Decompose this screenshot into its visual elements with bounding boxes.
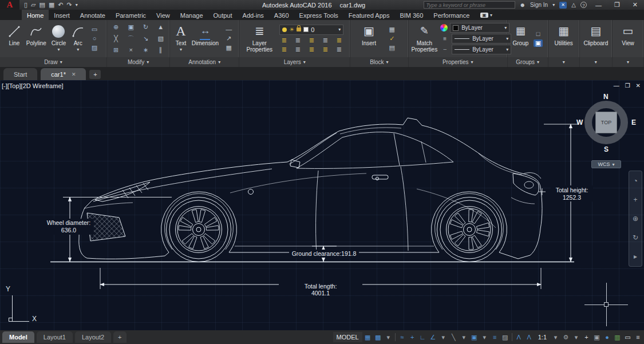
application-menu-button[interactable]: A xyxy=(0,0,19,10)
match-properties-button[interactable]: ✎ Match Properties xyxy=(412,21,438,57)
workspace-dropdown-icon[interactable]: ▾ xyxy=(571,332,581,342)
ribbon-tab-a360[interactable]: A360 xyxy=(269,10,294,20)
ribbon-tab-addins[interactable]: Add-ins xyxy=(238,10,269,20)
showmotion-icon[interactable]: ▸ xyxy=(634,252,637,260)
ribbon-tab-home[interactable]: Home xyxy=(22,10,49,20)
object-color-select[interactable]: ByLayer ▾ xyxy=(450,23,509,33)
viewcube-east[interactable]: E xyxy=(631,118,636,126)
text-button[interactable]: A Text ▾ xyxy=(176,21,186,57)
mirror-icon[interactable]: ▲ xyxy=(156,23,165,31)
capture-icon[interactable]: ▣ ▾ xyxy=(480,10,492,20)
total-height-value[interactable]: 1252.3 xyxy=(563,194,581,201)
lineweight-icon[interactable]: ≡ xyxy=(440,35,449,42)
clipboard-button[interactable]: ▤ Clipboard xyxy=(583,21,608,57)
panel-label-properties[interactable]: Properties ▾ xyxy=(409,57,507,67)
panel-label-layers[interactable]: Layers ▾ xyxy=(239,57,350,67)
trim-icon[interactable]: ╳ xyxy=(112,35,121,42)
panel-label-block[interactable]: Block ▾ xyxy=(350,57,408,67)
ribbon-tab-express-tools[interactable]: Express Tools xyxy=(294,10,343,20)
block-attributes-icon[interactable]: ▤ xyxy=(388,44,397,52)
car-body[interactable] xyxy=(50,118,574,262)
layer-properties-button[interactable]: ≣ Layer Properties xyxy=(243,21,276,57)
text-dropdown-icon[interactable]: ▾ xyxy=(180,46,182,53)
wheel-diameter-label[interactable]: Wheel diameter: xyxy=(47,219,90,226)
infer-constraints-icon[interactable]: ≈ xyxy=(397,332,407,342)
sign-in-link[interactable]: Sign In xyxy=(530,2,548,8)
minimize-button[interactable]: — xyxy=(591,2,606,9)
layer-tool-icon[interactable]: ≣ xyxy=(279,46,289,53)
polyline-button[interactable]: Polyline xyxy=(26,21,46,57)
layer-tool-icon[interactable]: ≣ xyxy=(321,46,330,53)
isolate-objects-icon[interactable]: ● xyxy=(602,332,612,342)
color-wheel-icon[interactable] xyxy=(440,24,448,31)
save-icon[interactable]: ▤ xyxy=(39,1,45,9)
layout1-tab[interactable]: Layout1 xyxy=(37,331,73,343)
redo-icon[interactable]: ↷ xyxy=(67,1,72,9)
rectangle-icon[interactable]: ▭ xyxy=(90,26,99,33)
lineweight-select[interactable]: ByLayer ▾ xyxy=(452,34,511,44)
annotation-visibility-icon[interactable]: Λ xyxy=(514,332,524,342)
layer-color-swatch[interactable] xyxy=(303,27,309,32)
layer-tool-icon[interactable]: ≣ xyxy=(334,46,343,53)
snap-dropdown-icon[interactable]: ▾ xyxy=(384,332,393,342)
total-height-label[interactable]: Total height: xyxy=(556,187,588,193)
rear-wheel[interactable] xyxy=(437,197,502,262)
undo-icon[interactable]: ↶ xyxy=(58,1,63,9)
sign-in-dropdown-icon[interactable]: ▾ xyxy=(552,2,555,7)
car-blueprint-drawing[interactable]: Wheel diameter: 636.0 Ground clearance:1… xyxy=(0,80,644,330)
layer-on-icon[interactable] xyxy=(282,27,287,32)
ribbon-tab-featured-apps[interactable]: Featured Apps xyxy=(343,10,395,20)
pan-icon[interactable]: + xyxy=(633,196,637,204)
panel-label-clipboard[interactable]: ▾ xyxy=(580,57,612,67)
stretch-icon[interactable]: ↘ xyxy=(141,35,151,42)
file-tab-car1[interactable]: car1* ✕ xyxy=(41,68,86,80)
exchange-apps-icon[interactable]: ✕ xyxy=(559,2,567,9)
ribbon-tab-view[interactable]: View xyxy=(151,10,175,20)
capture-dropdown-icon[interactable]: ▾ xyxy=(490,13,492,18)
circle-dropdown-icon[interactable]: ▾ xyxy=(57,46,60,53)
ribbon-tab-manage[interactable]: Manage xyxy=(175,10,208,20)
layer-freeze-icon[interactable]: ☀ xyxy=(289,26,294,33)
line-button[interactable]: Line xyxy=(7,21,21,57)
help-icon[interactable]: ? xyxy=(580,2,587,8)
insert-button[interactable]: ▣ Insert xyxy=(362,21,376,57)
ribbon-tab-parametric[interactable]: Parametric xyxy=(110,10,151,20)
navigation-wheel-icon[interactable]: ◔ xyxy=(633,177,637,185)
utilities-button[interactable]: ▦ Utilities xyxy=(555,21,573,57)
model-tab[interactable]: Model xyxy=(2,331,34,343)
wcs-menu[interactable]: WCS ▾ xyxy=(591,160,621,168)
lineweight-toggle-icon[interactable]: ≡ xyxy=(490,332,500,342)
new-drawing-tab-button[interactable]: + xyxy=(89,70,101,79)
isometric-drafting-icon[interactable]: ╲ xyxy=(449,332,459,342)
workspace-switching-icon[interactable]: ⚙ xyxy=(561,332,571,342)
orbit-icon[interactable]: ↻ xyxy=(633,234,638,242)
panel-label-utilities[interactable]: ▾ xyxy=(548,57,579,67)
qat-customize-icon[interactable]: ▾ xyxy=(76,2,78,7)
file-tab-start[interactable]: Start xyxy=(3,68,37,80)
annotation-scale-dropdown-icon[interactable]: ▾ xyxy=(551,332,560,342)
object-snap-icon[interactable]: ▣ xyxy=(469,332,479,342)
panel-label-draw[interactable]: Draw ▾ xyxy=(0,57,106,67)
annotation-autoscale-icon[interactable]: Λ xyxy=(524,332,534,342)
multileader-icon[interactable]: ↗ xyxy=(224,35,234,42)
ground-clearance-text[interactable]: Ground clearance:191.8 xyxy=(292,250,357,257)
layer-tool-icon[interactable]: ≣ xyxy=(321,37,330,44)
panel-label-annotation[interactable]: Annotation ▾ xyxy=(170,57,239,67)
fillet-icon[interactable]: ⌒ xyxy=(127,35,136,42)
close-button[interactable]: ✕ xyxy=(629,1,642,9)
table-icon[interactable]: ▦ xyxy=(224,44,234,52)
navigation-bar[interactable]: ◔ + ⊕ ↻ ▸ xyxy=(629,171,642,267)
plot-icon[interactable]: ▦ xyxy=(49,1,54,9)
transparency-toggle-icon[interactable]: ▨ xyxy=(500,332,510,342)
total-length-value[interactable]: 4001.1 xyxy=(311,290,330,296)
search-input[interactable] xyxy=(424,1,515,9)
osnap-dropdown-icon[interactable]: ▾ xyxy=(480,332,489,342)
front-wheel[interactable] xyxy=(167,197,231,262)
block-edit-icon[interactable]: ▦ xyxy=(388,26,397,33)
layout2-tab[interactable]: Layout2 xyxy=(75,331,111,343)
panel-label-view[interactable]: ▾ xyxy=(613,57,643,67)
layer-lock-icon[interactable] xyxy=(297,27,301,31)
layer-tool-icon[interactable]: ≣ xyxy=(293,46,302,53)
group-edit-icon[interactable]: ▣ xyxy=(534,39,543,47)
viewcube-south[interactable]: S xyxy=(604,145,609,153)
